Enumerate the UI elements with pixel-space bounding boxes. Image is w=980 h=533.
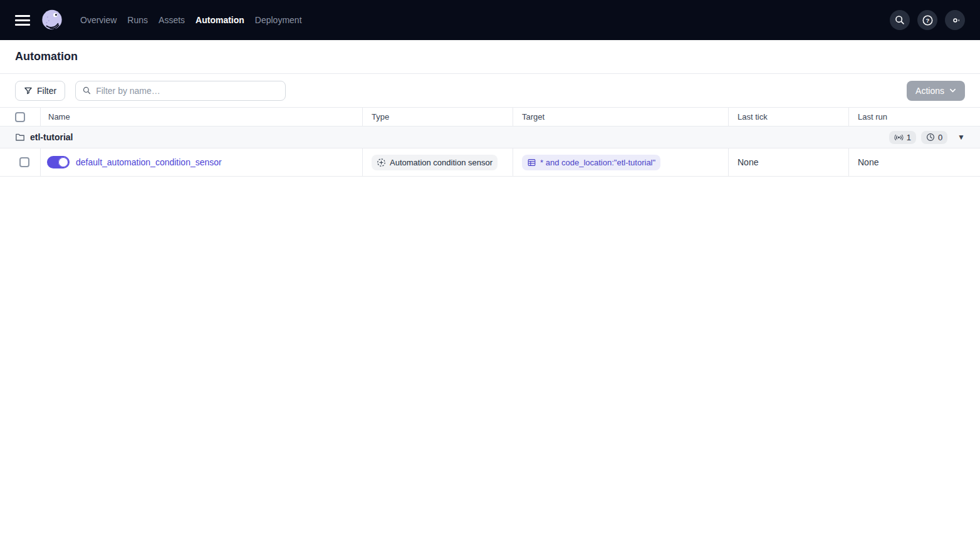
last-tick-value: None bbox=[728, 148, 848, 176]
sensor-count-badge: 1 bbox=[889, 131, 916, 144]
name-filter-field bbox=[75, 81, 286, 101]
nav-right-icons: ? bbox=[890, 10, 965, 30]
search-icon bbox=[894, 14, 905, 26]
hamburger-menu-icon[interactable] bbox=[15, 13, 30, 28]
sensor-icon bbox=[894, 133, 904, 142]
column-header-target: Target bbox=[513, 108, 728, 126]
page-title: Automation bbox=[15, 50, 78, 63]
group-row-etl-tutorial[interactable]: etl-tutorial 1 0 ▼ bbox=[0, 127, 980, 148]
search-button[interactable] bbox=[890, 10, 910, 30]
toolbar: Filter Actions bbox=[0, 74, 980, 107]
nav-item-runs[interactable]: Runs bbox=[127, 13, 148, 28]
table-header-row: Name Type Target Last tick Last run bbox=[0, 107, 980, 127]
actions-button-label: Actions bbox=[915, 86, 944, 96]
schedule-count: 0 bbox=[938, 133, 942, 142]
schedule-count-badge: 0 bbox=[921, 131, 947, 144]
collapse-caret-icon[interactable]: ▼ bbox=[957, 133, 965, 141]
actions-button[interactable]: Actions bbox=[907, 81, 965, 101]
automation-table: Name Type Target Last tick Last run etl-… bbox=[0, 107, 980, 177]
page-header: Automation bbox=[0, 40, 980, 74]
nav-item-automation[interactable]: Automation bbox=[195, 13, 244, 28]
automation-condition-icon bbox=[377, 158, 386, 167]
sensor-type-label: Automation condition sensor bbox=[390, 158, 493, 167]
nav-item-deployment[interactable]: Deployment bbox=[255, 13, 302, 28]
sensor-enabled-toggle[interactable] bbox=[47, 156, 70, 168]
chevron-down-icon bbox=[949, 87, 956, 94]
group-name: etl-tutorial bbox=[30, 132, 73, 142]
sensor-target-label: * and code_location:"etl-tutorial" bbox=[540, 158, 655, 167]
sensor-count: 1 bbox=[907, 133, 911, 142]
svg-text:?: ? bbox=[925, 16, 929, 23]
sensor-target-badge[interactable]: * and code_location:"etl-tutorial" bbox=[522, 155, 660, 170]
name-filter-input[interactable] bbox=[96, 86, 279, 96]
top-nav: Overview Runs Assets Automation Deployme… bbox=[0, 0, 980, 40]
column-header-name: Name bbox=[40, 108, 362, 126]
gear-icon bbox=[949, 14, 961, 26]
dagster-logo[interactable] bbox=[40, 8, 64, 32]
search-icon bbox=[82, 86, 91, 95]
sensor-type-badge: Automation condition sensor bbox=[372, 155, 498, 170]
nav-item-assets[interactable]: Assets bbox=[159, 13, 185, 28]
asset-selection-icon bbox=[527, 158, 536, 167]
last-run-value: None bbox=[848, 148, 980, 176]
select-all-checkbox[interactable] bbox=[15, 112, 25, 122]
nav-item-overview[interactable]: Overview bbox=[80, 13, 117, 28]
column-header-type: Type bbox=[362, 108, 513, 126]
filter-button-label: Filter bbox=[37, 86, 56, 96]
group-row-right: 1 0 ▼ bbox=[889, 131, 965, 144]
column-header-last-run: Last run bbox=[848, 108, 980, 126]
help-button[interactable]: ? bbox=[917, 10, 937, 30]
settings-button[interactable] bbox=[945, 10, 965, 30]
funnel-icon bbox=[24, 86, 33, 95]
table-row: default_automation_condition_sensor Auto… bbox=[0, 148, 980, 177]
help-icon: ? bbox=[922, 14, 934, 26]
filter-button[interactable]: Filter bbox=[15, 81, 65, 101]
column-header-last-tick: Last tick bbox=[728, 108, 848, 126]
nav-links: Overview Runs Assets Automation Deployme… bbox=[80, 13, 302, 28]
clock-icon bbox=[926, 133, 935, 142]
sensor-name-link[interactable]: default_automation_condition_sensor bbox=[76, 157, 222, 167]
row-checkbox[interactable] bbox=[19, 157, 29, 167]
folder-icon bbox=[15, 132, 25, 142]
